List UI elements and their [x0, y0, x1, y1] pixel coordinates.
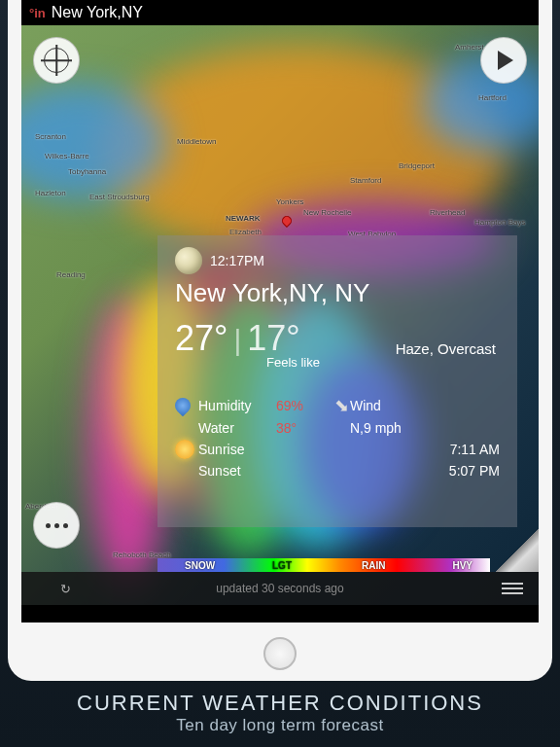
temp-separator: | [233, 324, 241, 357]
legend-hvy: HVY [452, 560, 472, 571]
locate-button[interactable] [33, 37, 80, 84]
sunset-value: 5:07 PM [418, 463, 500, 479]
condition-text: Haze, Overcast [396, 340, 496, 357]
screen: °in New York,NY Scranton Wilkes-Barre Ha… [21, 0, 539, 622]
page-curl-icon[interactable] [496, 529, 539, 572]
status-bar: °in New York,NY [21, 0, 539, 25]
caption-main: CURRENT WEATHER CONDITIONS [0, 691, 560, 716]
humidity-value: 69% [276, 398, 334, 413]
tablet-frame: °in New York,NY Scranton Wilkes-Barre Ha… [8, 0, 552, 681]
sunrise-label: Sunrise [198, 442, 276, 457]
play-button[interactable] [480, 37, 527, 84]
wind-label: Wind [350, 398, 418, 413]
wind-value: N,9 mph [350, 420, 418, 436]
humidity-label: Humidity [198, 398, 276, 413]
play-icon [498, 51, 513, 70]
sunset-label: Sunset [198, 463, 276, 479]
menu-button[interactable] [502, 583, 523, 594]
refresh-icon[interactable]: ↻ [60, 582, 71, 596]
legend-snow: SNOW [185, 560, 215, 571]
home-button[interactable] [263, 637, 297, 670]
bottom-bar: ↻ updated 30 seconds ago [21, 572, 539, 605]
temperature: 27° [175, 318, 228, 359]
caption-sub: Ten day long term forecast [0, 716, 560, 735]
feels-like-temp: 17° [247, 318, 299, 359]
weather-card[interactable]: 12:17PM New York,NY, NY 27° | 17° Feels … [158, 235, 517, 527]
radar-legend: SNOW LGT RAIN HVY [158, 558, 490, 572]
wind-arrow-icon: ⬊ [334, 395, 350, 416]
sun-icon [175, 440, 194, 459]
moon-icon [175, 247, 202, 274]
status-location[interactable]: New York,NY [52, 4, 143, 21]
card-location: New York,NY, NY [175, 278, 500, 308]
legend-rain: RAIN [362, 560, 385, 571]
marketing-caption: CURRENT WEATHER CONDITIONS Ten day long … [0, 691, 560, 735]
current-time: 12:17PM [210, 253, 264, 268]
more-button[interactable] [33, 502, 80, 549]
crosshair-icon [44, 48, 69, 73]
water-value: 38° [276, 420, 334, 436]
feels-like-label: Feels like [266, 355, 500, 370]
ellipsis-icon [46, 523, 68, 528]
sunrise-value: 7:11 AM [418, 442, 500, 457]
water-label: Water [198, 420, 276, 436]
updated-text: updated 30 seconds ago [216, 582, 343, 595]
app-brand-icon: °in [29, 6, 46, 20]
radar-map[interactable]: Scranton Wilkes-Barre Hazleton Tobyhanna… [21, 25, 539, 605]
raindrop-icon [172, 395, 194, 417]
legend-lgt: LGT [272, 560, 292, 571]
